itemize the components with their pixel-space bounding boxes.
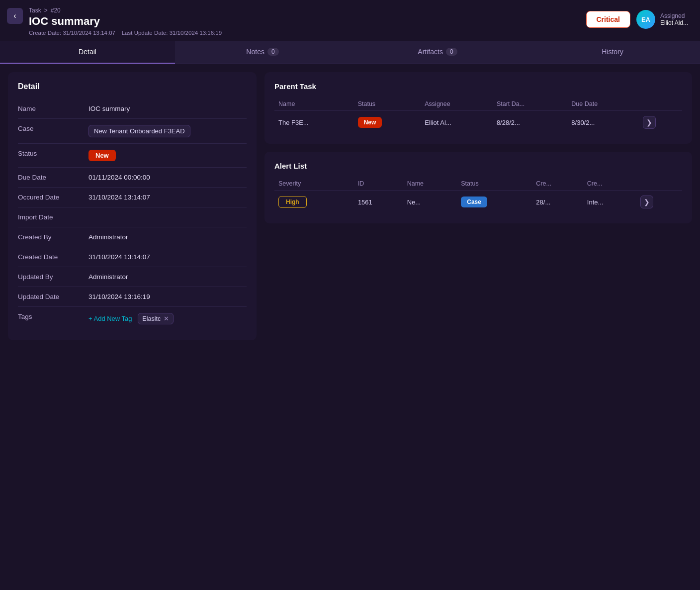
update-date-value: 31/10/2024 13:16:19 [170,30,222,36]
detail-row-name: Name IOC summary [18,99,247,119]
tab-notes[interactable]: Notes 0 [175,41,350,64]
alert-col-severity: Severity [274,177,354,191]
label-occured-date: Occured Date [18,194,83,201]
parent-task-title: Parent Task [274,82,682,91]
label-status: Status [18,150,83,157]
alert-col-action [636,177,682,191]
detail-row-created-date: Created Date 31/10/2024 13:14:07 [18,247,247,267]
value-due-date: 01/11/2024 00:00:00 [88,174,247,181]
update-date-label: Last Update Date: [122,30,168,36]
table-row: The F3E... New Elliot Al... 8/28/2... 8/… [274,111,682,134]
alert-col-status: Status [457,177,532,191]
alert-col-id: ID [354,177,403,191]
value-case: New Tenant Onboarded F3EAD [88,125,190,137]
header-left: ‹ Task > #20 IOC summary Create Date: 31… [7,7,222,36]
detail-panel-title: Detail [18,82,247,91]
alert-cre-by: Inte... [583,191,636,214]
tab-artifacts[interactable]: Artifacts 0 [350,41,525,64]
col-assignee: Assignee [421,98,493,111]
back-button[interactable]: ‹ [7,8,23,24]
label-created-date: Created Date [18,253,83,261]
alert-col-name: Name [403,177,457,191]
detail-row-case: Case New Tenant Onboarded F3EAD [18,119,247,144]
row-nav-button[interactable]: ❯ [643,116,656,129]
alert-severity: High [274,191,354,214]
col-due-date: Due Date [567,98,638,111]
assignee-name: Elliot Ald... [660,19,688,26]
breadcrumb-root: Task [29,7,41,14]
value-created-date: 31/10/2024 13:14:07 [88,253,247,261]
notes-badge: 0 [267,48,279,56]
tag-remove-icon[interactable]: ✕ [164,315,169,322]
row-nav: ❯ [639,111,682,134]
page-title: IOC summary [29,15,222,28]
label-case: Case [18,125,83,132]
avatar: EA [636,10,655,29]
alert-name: Ne... [403,191,457,214]
alert-list-panel: Alert List Severity ID Name Status Cre..… [264,152,692,223]
alert-status-badge: Case [461,197,487,207]
page-header: ‹ Task > #20 IOC summary Create Date: 31… [0,0,700,41]
detail-row-tags: Tags + Add New Tag Elasitc ✕ [18,307,247,330]
col-status: Status [354,98,421,111]
detail-row-due-date: Due Date 01/11/2024 00:00:00 [18,168,247,188]
label-import-date: Import Date [18,213,83,221]
value-occured-date: 31/10/2024 13:14:07 [88,194,247,201]
parent-task-table: Name Status Assignee Start Da... Due Dat… [274,98,682,134]
alert-list-title: Alert List [274,162,682,170]
main-content: Detail Name IOC summary Case New Tenant … [0,64,700,348]
tab-detail[interactable]: Detail [0,41,175,64]
label-created-by: Created By [18,233,83,241]
detail-row-occured-date: Occured Date 31/10/2024 13:14:07 [18,188,247,207]
value-updated-date: 31/10/2024 13:16:19 [88,293,247,300]
assignee-text: Assigned Elliot Ald... [660,12,688,26]
col-name: Name [274,98,354,111]
row-status-badge: New [358,117,382,128]
alert-status: Case [457,191,532,214]
breadcrumb: Task > #20 [29,7,222,14]
detail-panel: Detail Name IOC summary Case New Tenant … [8,72,257,340]
detail-row-import-date: Import Date [18,207,247,227]
label-updated-by: Updated By [18,273,83,281]
table-row: High 1561 Ne... Case 28/... Inte... ❯ [274,191,682,214]
tag-chip-label: Elasitc [142,315,161,322]
tag-chip-elastic: Elasitc ✕ [138,313,174,324]
alert-id: 1561 [354,191,403,214]
artifacts-badge: 0 [446,48,457,56]
value-name: IOC summary [88,105,247,112]
tab-history[interactable]: History [525,41,700,64]
alert-nav-button[interactable]: ❯ [640,196,653,208]
value-status: New [88,150,116,161]
breadcrumb-sep: > [44,7,48,14]
alert-cre-date: 28/... [532,191,583,214]
label-tags: Tags [18,313,83,320]
col-start-date: Start Da... [493,98,567,111]
detail-row-updated-by: Updated By Administrator [18,267,247,287]
value-created-by: Administrator [88,233,247,241]
meta-dates: Create Date: 31/10/2024 13:14:07 Last Up… [29,30,222,36]
detail-row-updated-date: Updated Date 31/10/2024 13:16:19 [18,287,247,307]
row-due-date: 8/30/2... [567,111,638,134]
label-updated-date: Updated Date [18,293,83,300]
header-right: Critical EA Assigned Elliot Ald... [586,10,689,29]
row-start-date: 8/28/2... [493,111,567,134]
alert-list-table: Severity ID Name Status Cre... Cre... Hi… [274,177,682,213]
col-action [639,98,682,111]
add-tag-link[interactable]: + Add New Tag [88,315,132,322]
value-tags: + Add New Tag Elasitc ✕ [88,313,247,324]
critical-button[interactable]: Critical [586,11,630,28]
right-panels: Parent Task Name Status Assignee Start D… [264,72,692,340]
value-updated-by: Administrator [88,273,247,281]
row-assignee: Elliot Al... [421,111,493,134]
detail-row-status: Status New [18,144,247,168]
title-block: Task > #20 IOC summary Create Date: 31/1… [29,7,222,36]
label-due-date: Due Date [18,174,83,181]
parent-task-panel: Parent Task Name Status Assignee Start D… [264,72,692,144]
alert-col-cre2: Cre... [583,177,636,191]
row-status: New [354,111,421,134]
create-date-value: 31/10/2024 13:14:07 [63,30,115,36]
alert-severity-badge: High [278,196,307,208]
tabs-bar: Detail Notes 0 Artifacts 0 History [0,41,700,64]
breadcrumb-id: #20 [51,7,61,14]
alert-col-cre1: Cre... [532,177,583,191]
